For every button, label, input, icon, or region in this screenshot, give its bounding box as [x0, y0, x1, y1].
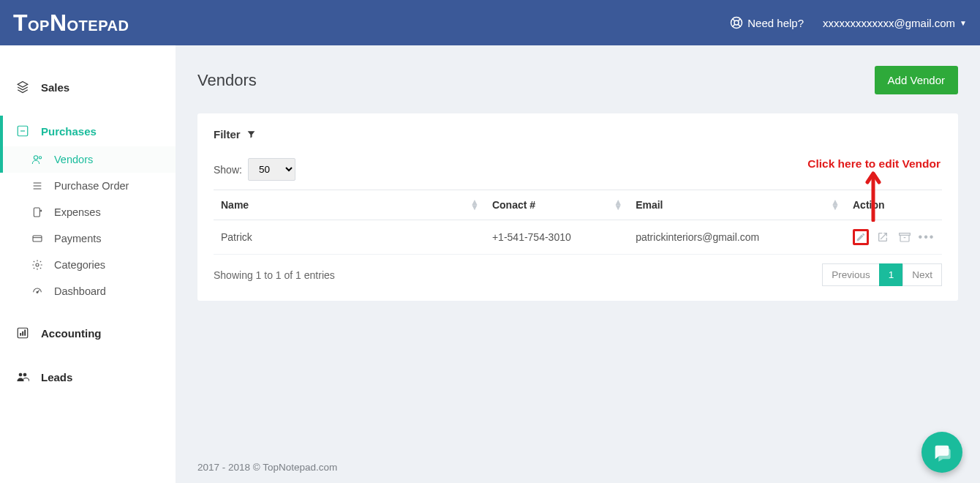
sidebar-item-label: Purchases	[41, 125, 97, 138]
file-out-icon	[31, 206, 44, 219]
svg-point-5	[39, 157, 41, 159]
sort-icon: ▲▼	[831, 200, 840, 210]
more-actions-button[interactable]: •••	[919, 229, 935, 245]
col-email[interactable]: Email ▲▼	[628, 190, 845, 220]
caret-down-icon: ▼	[960, 19, 967, 27]
col-contact-label: Conact #	[492, 199, 535, 211]
sort-icon: ▲▼	[614, 200, 622, 210]
sidebar-subitem-expenses[interactable]: Expenses	[0, 199, 176, 225]
sort-icon: ▲▼	[470, 200, 479, 210]
pager-page-1[interactable]: 1	[879, 263, 904, 286]
sidebar-item-leads[interactable]: Leads	[0, 362, 176, 392]
svg-point-4	[34, 156, 37, 160]
svg-point-19	[19, 373, 23, 377]
svg-rect-16	[20, 333, 21, 336]
filter-icon	[246, 130, 256, 139]
sidebar-subitem-categories[interactable]: Categories	[0, 252, 176, 278]
svg-rect-9	[34, 208, 39, 217]
sidebar-item-purchases[interactable]: Purchases	[0, 116, 176, 146]
filter-label: Filter	[214, 128, 241, 141]
help-label: Need help?	[747, 17, 804, 29]
vendors-table: Name ▲▼ Conact # ▲▼ Email ▲▼ Action	[214, 190, 942, 255]
svg-rect-10	[33, 236, 42, 242]
user-menu[interactable]: xxxxxxxxxxxxx@gmail.com ▼	[823, 17, 967, 29]
card-icon	[31, 232, 44, 245]
user-email: xxxxxxxxxxxxx@gmail.com	[823, 17, 955, 29]
sidebar-item-label: Sales	[41, 81, 69, 94]
chat-icon	[932, 442, 952, 463]
pager-previous[interactable]: Previous	[822, 263, 880, 286]
lifebuoy-icon	[730, 16, 743, 29]
share-vendor-button[interactable]	[875, 229, 891, 245]
pager-next[interactable]: Next	[902, 263, 942, 286]
topbar: TopNotepad Need help? xxxxxxxxxxxxx@gmai…	[0, 0, 980, 45]
chart-icon	[16, 326, 29, 340]
minus-square-icon	[16, 124, 29, 138]
sidebar: Sales Purchases Vendors Purchase Order E…	[0, 45, 176, 483]
pager: Previous 1 Next	[823, 263, 942, 286]
col-name-label: Name	[221, 199, 249, 211]
help-link[interactable]: Need help?	[730, 16, 804, 29]
gauge-icon	[31, 285, 44, 298]
cell-name: Patrick	[214, 220, 485, 255]
sidebar-item-accounting[interactable]: Accounting	[0, 318, 176, 348]
annotation-text: Click here to edit Vendor	[807, 157, 941, 171]
sidebar-subitem-dashboard[interactable]: Dashboard	[0, 278, 176, 304]
add-vendor-button[interactable]: Add Vendor	[875, 66, 958, 94]
main-content: Vendors Add Vendor Filter Show: 10255010…	[176, 45, 980, 483]
sidebar-item-label: Purchase Order	[54, 180, 129, 192]
page-title: Vendors	[197, 71, 257, 90]
page-header: Vendors Add Vendor	[197, 66, 958, 94]
cell-contact: +1-541-754-3010	[485, 220, 628, 255]
gear-icon	[31, 258, 44, 272]
chat-fab-button[interactable]	[921, 432, 962, 473]
app-logo: TopNotepad	[13, 10, 129, 37]
sidebar-item-label: Expenses	[54, 206, 101, 218]
sidebar-item-label: Leads	[41, 371, 72, 383]
col-email-label: Email	[636, 199, 663, 211]
show-label: Show:	[214, 164, 242, 176]
annotation-arrow-icon	[864, 171, 882, 222]
layers-icon	[16, 80, 29, 94]
edit-vendor-button[interactable]	[853, 229, 869, 245]
page-footer: 2017 - 2018 © TopNotepad.com	[197, 452, 958, 473]
sidebar-subitem-purchase-order[interactable]: Purchase Order	[0, 173, 176, 199]
svg-point-20	[23, 373, 27, 377]
svg-rect-18	[24, 330, 26, 336]
sidebar-subitem-vendors[interactable]: Vendors	[0, 146, 176, 173]
entries-summary: Showing 1 to 1 of 1 entries	[214, 269, 335, 281]
table-row: Patrick +1-541-754-3010 patrickinteriors…	[214, 220, 942, 255]
vendor-icon	[31, 153, 44, 166]
archive-vendor-button[interactable]	[897, 229, 913, 245]
col-name[interactable]: Name ▲▼	[214, 190, 485, 220]
sidebar-item-label: Payments	[54, 233, 101, 244]
sidebar-item-sales[interactable]: Sales	[0, 72, 176, 102]
col-contact[interactable]: Conact # ▲▼	[485, 190, 628, 220]
sidebar-item-label: Vendors	[54, 154, 93, 165]
sidebar-item-label: Dashboard	[54, 285, 106, 297]
sidebar-item-label: Categories	[54, 259, 105, 271]
cell-email: patrickinteriors@gmail.com	[628, 220, 845, 255]
list-icon	[31, 179, 44, 192]
svg-point-12	[36, 263, 39, 266]
sidebar-subitem-payments[interactable]: Payments	[0, 225, 176, 252]
users-icon	[16, 370, 29, 383]
svg-rect-17	[22, 332, 23, 336]
page-size-select[interactable]: 102550100	[248, 158, 295, 181]
vendors-card: Filter Show: 102550100 Name ▲▼	[197, 113, 958, 301]
col-action: Action	[845, 190, 942, 220]
sidebar-item-label: Accounting	[41, 327, 102, 340]
svg-point-1	[734, 20, 739, 25]
filter-toggle[interactable]: Filter	[214, 128, 942, 141]
